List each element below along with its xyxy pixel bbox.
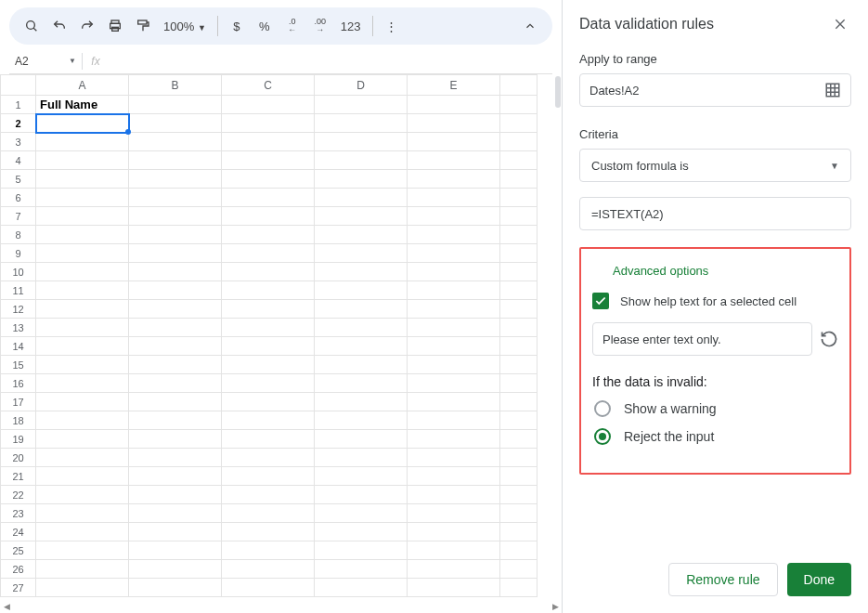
row-header[interactable]: 20: [1, 449, 36, 467]
cell[interactable]: [500, 467, 538, 486]
cell[interactable]: [315, 319, 408, 337]
cell[interactable]: [500, 486, 538, 504]
cell[interactable]: [222, 541, 315, 560]
row-header[interactable]: 15: [1, 356, 36, 374]
cell[interactable]: [315, 356, 408, 374]
cell[interactable]: [408, 560, 500, 579]
cell[interactable]: [315, 244, 408, 263]
cell[interactable]: [500, 133, 538, 151]
cell[interactable]: [36, 374, 129, 393]
cell[interactable]: [36, 133, 129, 151]
cell[interactable]: [129, 133, 222, 151]
cell[interactable]: [129, 170, 222, 189]
cell[interactable]: [222, 486, 315, 504]
cell[interactable]: [315, 541, 408, 560]
column-header[interactable]: B: [129, 75, 222, 96]
row-header[interactable]: 16: [1, 374, 36, 393]
cell[interactable]: [408, 523, 500, 541]
cell[interactable]: [408, 244, 500, 263]
cell[interactable]: [500, 281, 538, 300]
custom-formula-input[interactable]: [591, 207, 839, 221]
cell[interactable]: [500, 244, 538, 263]
cell[interactable]: [222, 300, 315, 319]
cell[interactable]: [129, 467, 222, 486]
row-header[interactable]: 5: [1, 170, 36, 189]
cell[interactable]: [408, 281, 500, 300]
column-header[interactable]: [500, 75, 538, 96]
cell[interactable]: [222, 189, 315, 207]
select-all-corner[interactable]: [1, 75, 36, 96]
cell[interactable]: [129, 411, 222, 430]
row-header[interactable]: 8: [1, 226, 36, 244]
row-header[interactable]: 17: [1, 393, 36, 411]
cell[interactable]: [408, 411, 500, 430]
cell[interactable]: [408, 319, 500, 337]
cell[interactable]: [315, 430, 408, 449]
cell[interactable]: [129, 319, 222, 337]
cell[interactable]: [500, 319, 538, 337]
cell[interactable]: [408, 114, 500, 133]
cell[interactable]: [129, 579, 222, 597]
cell[interactable]: [129, 151, 222, 170]
row-header[interactable]: 23: [1, 504, 36, 523]
cell[interactable]: [500, 449, 538, 467]
column-header[interactable]: A: [36, 75, 129, 96]
cell[interactable]: [129, 560, 222, 579]
cell[interactable]: [222, 523, 315, 541]
cell[interactable]: [36, 207, 129, 226]
cell[interactable]: [36, 430, 129, 449]
cell[interactable]: [315, 114, 408, 133]
cell[interactable]: [500, 96, 538, 114]
cell[interactable]: [500, 114, 538, 133]
cell[interactable]: [500, 579, 538, 597]
cell[interactable]: [315, 393, 408, 411]
reset-help-text-icon[interactable]: [820, 330, 838, 348]
cell[interactable]: [408, 151, 500, 170]
cell[interactable]: [222, 337, 315, 356]
cell[interactable]: [315, 504, 408, 523]
row-header[interactable]: 24: [1, 523, 36, 541]
row-header[interactable]: 27: [1, 579, 36, 597]
cell[interactable]: [129, 504, 222, 523]
cell[interactable]: [408, 170, 500, 189]
search-icon[interactable]: [19, 13, 45, 39]
more-options-icon[interactable]: ⋮: [379, 13, 405, 39]
cell[interactable]: [222, 114, 315, 133]
cell[interactable]: [129, 337, 222, 356]
cell[interactable]: [129, 541, 222, 560]
cell[interactable]: [222, 151, 315, 170]
row-header[interactable]: 25: [1, 541, 36, 560]
cell[interactable]: [36, 579, 129, 597]
cell[interactable]: [408, 133, 500, 151]
cell[interactable]: [315, 374, 408, 393]
cell[interactable]: [129, 523, 222, 541]
row-header[interactable]: 7: [1, 207, 36, 226]
cell[interactable]: [315, 300, 408, 319]
cell[interactable]: [36, 319, 129, 337]
help-text-field[interactable]: [592, 322, 812, 356]
redo-icon[interactable]: [74, 13, 100, 39]
row-header[interactable]: 9: [1, 244, 36, 263]
cell[interactable]: [222, 356, 315, 374]
cell[interactable]: [129, 300, 222, 319]
cell[interactable]: [408, 96, 500, 114]
cell[interactable]: [222, 449, 315, 467]
name-box[interactable]: A2 ▼: [9, 51, 82, 72]
cell[interactable]: [222, 374, 315, 393]
cell[interactable]: [36, 449, 129, 467]
collapse-toolbar-icon[interactable]: [517, 13, 543, 39]
cell[interactable]: [222, 560, 315, 579]
row-header[interactable]: 12: [1, 300, 36, 319]
cell[interactable]: [408, 207, 500, 226]
cell[interactable]: [222, 579, 315, 597]
cell[interactable]: [500, 151, 538, 170]
cell[interactable]: [222, 430, 315, 449]
cell[interactable]: [408, 356, 500, 374]
cell[interactable]: [315, 263, 408, 281]
row-header[interactable]: 19: [1, 430, 36, 449]
cell[interactable]: [222, 411, 315, 430]
row-header[interactable]: 11: [1, 281, 36, 300]
print-icon[interactable]: [102, 13, 128, 39]
cell[interactable]: [36, 486, 129, 504]
cell[interactable]: [129, 207, 222, 226]
